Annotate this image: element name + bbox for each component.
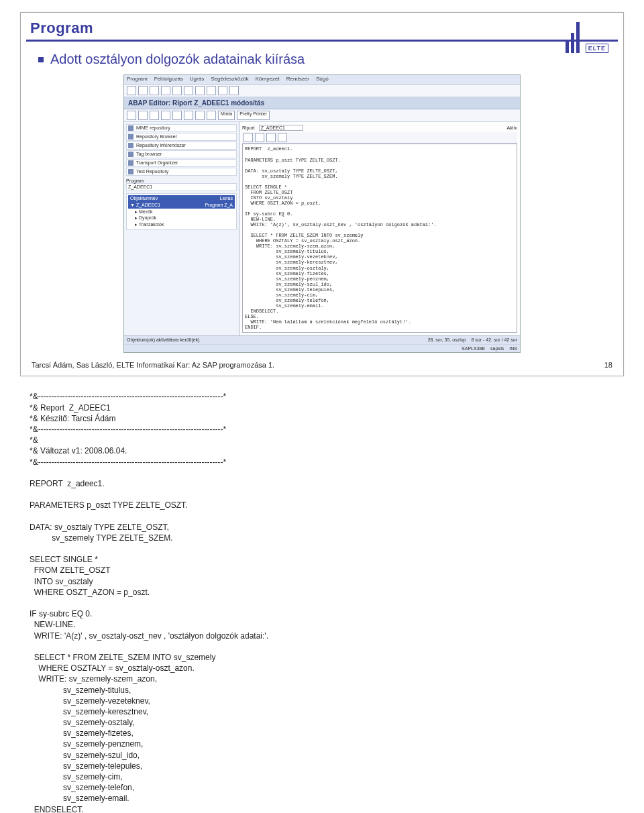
object-tree: ObjektumnévLeírás ▼ Z_ADEEC1Program Z_A … (126, 193, 237, 229)
app-toolbar-button[interactable] (172, 111, 182, 120)
nav-item[interactable]: Test Repository (126, 168, 237, 176)
bullet-row: Adott osztályon dolgozók adatainak kiírá… (26, 50, 618, 72)
menu-item[interactable]: Ugrás (190, 76, 204, 83)
system-program: SAPLS38E (462, 346, 485, 351)
menu-item[interactable]: Segédeszközök (211, 76, 248, 83)
toolbar-button[interactable] (229, 86, 239, 95)
slide-footer-left: Tarcsi Ádám, Sas László, ELTE Informatik… (32, 361, 274, 369)
slide-frame: ELTE Program Adott osztályon dolgozók ad… (20, 12, 624, 376)
program-input[interactable]: Z_ADEEC1 (126, 183, 237, 191)
tree-header: ObjektumnévLeírás (128, 195, 235, 202)
pattern-button[interactable]: Minta (218, 111, 235, 120)
nav-item[interactable]: Repository infórendszer (126, 142, 237, 150)
sap-system-toolbar (124, 85, 520, 97)
menu-item[interactable]: Súgó (316, 76, 329, 83)
toolbar-button[interactable] (161, 86, 170, 95)
insert-mode: INS (509, 346, 517, 351)
cursor-position: 28. sor, 35. oszlop (428, 337, 466, 343)
editor-button[interactable] (266, 133, 276, 142)
report-name-field[interactable]: Z_ADEEC1 (259, 125, 303, 131)
pretty-printer-button[interactable]: Pretty Printer (237, 111, 270, 120)
slide-title: Program (26, 17, 618, 38)
logo-bars-icon (566, 22, 579, 53)
sap-app-toolbar: Minta Pretty Printer (124, 109, 520, 122)
menu-item[interactable]: Rendszer (286, 76, 309, 83)
editor-button[interactable] (244, 133, 253, 142)
report-bar: Riport Z_ADEEC1 Aktív (242, 125, 517, 131)
app-toolbar-button[interactable] (138, 111, 148, 120)
app-toolbar-button[interactable] (150, 111, 159, 120)
nav-item[interactable]: Transport Organizer (126, 159, 237, 167)
tree-item[interactable]: ▸ Dynprók (128, 215, 235, 221)
folder-icon (128, 143, 133, 148)
tree-item[interactable]: ▸ Tranzakciók (128, 221, 235, 228)
title-underline (26, 40, 618, 42)
sap-screenshot: Program Feldolgozás Ugrás Segédeszközök … (123, 74, 521, 353)
app-toolbar-button[interactable] (127, 111, 136, 120)
abap-listing: *&--------------------------------------… (20, 376, 624, 813)
toolbar-button[interactable] (127, 86, 136, 95)
editor-button[interactable] (278, 133, 287, 142)
slide-footer: Tarcsi Ádám, Sas László, ELTE Informatik… (26, 357, 618, 370)
editor-toolbar (242, 132, 517, 144)
app-toolbar-button[interactable] (195, 111, 205, 120)
status-message: Objektum(ok) aktiválásra került(ek) (127, 337, 200, 343)
tree-item[interactable]: ▸ Mezők (128, 209, 235, 215)
folder-icon (128, 125, 133, 131)
sap-navigator: MIME repository Repository Browser Repos… (124, 122, 239, 335)
menu-item[interactable]: Program (127, 76, 148, 83)
folder-icon (128, 160, 133, 166)
editor-button[interactable] (255, 133, 264, 142)
active-status: Aktív (506, 125, 517, 131)
sap-menubar: Program Feldolgozás Ugrás Segédeszközök … (124, 75, 520, 85)
line-range: 8 sor - 42. sor / 42 sor (472, 337, 517, 343)
sap-title: ABAP Editor: Riport Z_ADEEC1 módosítás (124, 97, 520, 109)
abap-code-editor[interactable]: REPORT z_adeec1. PARAMETERS p_oszt TYPE … (242, 144, 517, 333)
toolbar-button[interactable] (218, 86, 227, 95)
sap-systembar: SAPLS38E sapids INS (124, 344, 520, 353)
menu-item[interactable]: Környezet (256, 76, 280, 83)
elte-logo: ELTE (566, 22, 608, 53)
toolbar-button[interactable] (150, 86, 159, 95)
folder-icon (128, 134, 133, 140)
app-toolbar-button[interactable] (207, 111, 216, 120)
toolbar-button[interactable] (207, 86, 216, 95)
report-label: Riport (242, 125, 255, 131)
folder-icon (128, 169, 133, 174)
tree-root[interactable]: ▼ Z_ADEEC1Program Z_A (128, 202, 235, 209)
bullet-text: Adott osztályon dolgozók adatainak kiírá… (50, 51, 305, 68)
sap-body: MIME repository Repository Browser Repos… (124, 122, 520, 335)
toolbar-button[interactable] (184, 86, 193, 95)
slide-number: 18 (604, 361, 612, 369)
sap-editor-pane: Riport Z_ADEEC1 Aktív REPORT z_adeec1. P… (239, 122, 520, 335)
folder-icon (128, 152, 133, 157)
system-client: sapids (490, 346, 504, 351)
menu-item[interactable]: Feldolgozás (154, 76, 183, 83)
nav-item[interactable]: Repository Browser (126, 133, 237, 141)
logo-text: ELTE (586, 44, 608, 53)
toolbar-button[interactable] (138, 86, 148, 95)
nav-item[interactable]: Tag browser (126, 150, 237, 158)
nav-item[interactable]: MIME repository (126, 124, 237, 132)
program-label: Program (126, 178, 237, 184)
sap-statusbar: Objektum(ok) aktiválásra került(ek) 28. … (124, 335, 520, 344)
app-toolbar-button[interactable] (184, 111, 193, 120)
app-toolbar-button[interactable] (161, 111, 170, 120)
bullet-square-icon (38, 57, 44, 62)
toolbar-button[interactable] (172, 86, 182, 95)
toolbar-button[interactable] (195, 86, 205, 95)
